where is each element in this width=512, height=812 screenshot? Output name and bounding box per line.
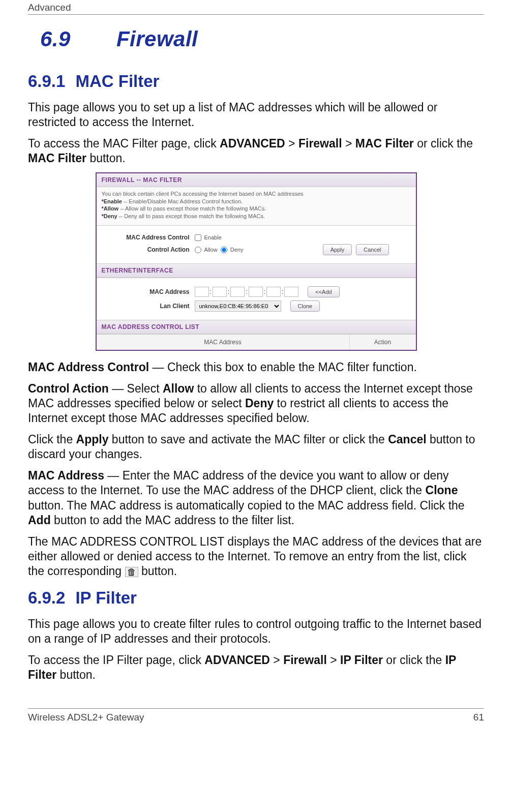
mac-address-control-label: MAC Address Control <box>106 234 195 241</box>
subsection-title: IP Filter <box>75 588 136 607</box>
para-mac-address-control: MAC Address Control — Check this box to … <box>28 360 484 375</box>
subsection-title: MAC Filter <box>75 72 159 91</box>
footer-page-number: 61 <box>473 712 484 723</box>
deny-label: Deny <box>230 247 244 253</box>
mac-sep: : <box>246 288 247 295</box>
enable-checkbox[interactable] <box>195 234 201 241</box>
mac-sep: : <box>264 288 265 295</box>
mac-octet-5[interactable] <box>266 287 281 297</box>
desc-enable-label: *Enable <box>102 198 122 204</box>
nav-sep: > <box>342 137 355 150</box>
mac-octet-6[interactable] <box>284 287 298 297</box>
trash-icon: 🗑 <box>125 567 138 577</box>
lan-client-label: Lan Client <box>106 303 195 310</box>
nav-paragraph-ip: To access the IP Filter page, click ADVA… <box>28 653 484 683</box>
mac-sep: : <box>282 288 283 295</box>
label-mac-address-control: MAC Address Control <box>28 360 149 374</box>
mac-octet-3[interactable] <box>230 287 245 297</box>
desc-allow-text: -- Allow all to pass except those match … <box>118 205 266 212</box>
desc-allow-label: *Allow <box>102 205 119 212</box>
intro-paragraph: This page allows you to set up a list of… <box>28 100 484 130</box>
col-action: Action <box>350 335 416 350</box>
mac-control-form: MAC Address Control Enable Control Actio… <box>97 225 416 263</box>
mac-sep: : <box>210 288 212 295</box>
clone-button[interactable]: Clone <box>290 300 320 312</box>
firewall-screenshot: FIREWALL -- MAC FILTER You can block cer… <box>96 172 417 351</box>
label-deny: Deny <box>245 397 274 410</box>
nav-sep: > <box>270 653 283 667</box>
para-mac-address: MAC Address — Enter the MAC address of t… <box>28 468 484 528</box>
nav-advanced: ADVANCED <box>204 653 270 667</box>
nav-macfilter: MAC Filter <box>355 137 414 150</box>
mac-input-group: : : : : : <box>195 287 299 297</box>
text-post: button to add the MAC address to the fil… <box>51 514 294 527</box>
desc-deny-text: -- Deny all to pass except those match t… <box>117 213 265 219</box>
text-mid: button to save and activate the MAC filt… <box>108 433 388 446</box>
nav-mid: or click the <box>414 137 473 150</box>
nav-sep: > <box>285 137 298 150</box>
text-mac-address-control: — Check this box to enable the MAC filte… <box>149 360 417 374</box>
subsection-number: 6.9.1 <box>28 72 65 91</box>
nav-sep: > <box>327 653 340 667</box>
text-pre: — Select <box>109 382 163 395</box>
text-mid: button. The MAC address is automatically… <box>28 499 465 512</box>
nav-mid: or click the <box>383 653 445 667</box>
col-mac-address: MAC Address <box>97 335 350 350</box>
desc-enable-text: -- Enable/Disable Mac Address Control fu… <box>122 198 243 204</box>
panel-title-firewall: FIREWALL -- MAC FILTER <box>97 173 416 187</box>
label-control-action: Control Action <box>28 382 109 395</box>
nav-suffix: button. <box>56 668 96 681</box>
nav-ipfilter: IP Filter <box>340 653 383 667</box>
nav-firewall: Firewall <box>298 137 342 150</box>
allow-radio[interactable] <box>195 247 201 253</box>
label-mac-address: MAC Address <box>28 469 104 482</box>
subsection-heading-mac-filter: 6.9.1MAC Filter <box>28 72 484 91</box>
panel-title-ethernet: ETHERNETINTERFACE <box>97 263 416 278</box>
nav-prefix: To access the MAC Filter page, click <box>28 137 220 150</box>
desc-deny-label: *Deny <box>102 213 117 219</box>
section-number: 6.9 <box>40 27 71 51</box>
text-post: button. <box>138 564 177 578</box>
allow-label: Allow <box>204 247 218 253</box>
mac-octet-4[interactable] <box>249 287 263 297</box>
page-header: Advanced <box>28 0 484 15</box>
nav-macfilter-btn: MAC Filter <box>28 152 86 165</box>
mac-octet-1[interactable] <box>195 287 209 297</box>
nav-paragraph: To access the MAC Filter page, click ADV… <box>28 136 484 166</box>
label-add: Add <box>28 514 51 527</box>
mac-address-label: MAC Address <box>106 288 195 295</box>
label-apply: Apply <box>76 433 109 446</box>
ethernet-form: MAC Address : : : : : <<Add Lan Client <box>97 278 416 320</box>
panel-description: You can block certain client PCs accessi… <box>97 187 416 225</box>
text-pre: Click the <box>28 433 76 446</box>
para-control-action: Control Action — Select Allow to allow a… <box>28 381 484 426</box>
label-cancel: Cancel <box>388 433 426 446</box>
para-control-list: The MAC ADDRESS CONTROL LIST displays th… <box>28 534 484 579</box>
subsection-heading-ip-filter: 6.9.2IP Filter <box>28 588 484 608</box>
footer-left: Wireless ADSL2+ Gateway <box>28 712 144 723</box>
label-allow: Allow <box>163 382 194 395</box>
nav-prefix: To access the IP Filter page, click <box>28 653 204 667</box>
subsection-number: 6.9.2 <box>28 588 65 607</box>
panel-title-control-list: MAC ADDRESS CONTROL LIST <box>97 320 416 334</box>
control-action-label: Control Action <box>106 246 195 253</box>
mac-sep: : <box>228 288 229 295</box>
nav-advanced: ADVANCED <box>220 137 285 150</box>
section-title: Firewall <box>116 27 198 51</box>
mac-octet-2[interactable] <box>213 287 227 297</box>
cancel-button[interactable]: Cancel <box>356 244 388 255</box>
deny-radio[interactable] <box>221 247 227 253</box>
para-apply-cancel: Click the Apply button to save and activ… <box>28 432 484 462</box>
add-button[interactable]: <<Add <box>308 286 339 297</box>
section-heading: 6.9Firewall <box>40 27 484 51</box>
lan-client-select[interactable]: unknow,E0:CB:4E:95:86:E0 <box>195 300 281 312</box>
intro-paragraph-ip: This page allows you to create filter ru… <box>28 617 484 647</box>
label-clone: Clone <box>426 484 458 497</box>
nav-suffix: button. <box>86 152 126 165</box>
nav-firewall: Firewall <box>283 653 327 667</box>
text-pre: The MAC ADDRESS CONTROL LIST displays th… <box>28 535 481 578</box>
control-list-table-header: MAC Address Action <box>97 334 416 350</box>
desc-line: You can block certain client PCs accessi… <box>102 190 411 198</box>
apply-button[interactable]: Apply <box>323 244 352 255</box>
page-footer: Wireless ADSL2+ Gateway 61 <box>28 708 484 733</box>
